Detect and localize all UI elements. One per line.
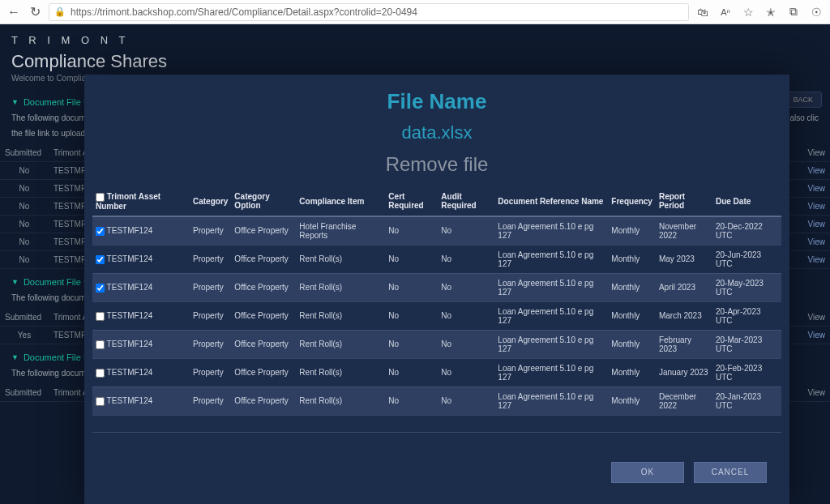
cell-audit: No — [438, 330, 494, 358]
brand-logo: T R I M O N T — [0, 24, 830, 49]
shopping-icon[interactable]: 🛍 — [695, 5, 710, 19]
cell-audit: No — [438, 358, 494, 387]
cell-item: Rent Roll(s) — [296, 387, 385, 415]
refresh-icon[interactable]: ↻ — [28, 5, 42, 19]
cell-submitted: No — [0, 251, 49, 269]
row-checkbox[interactable] — [96, 369, 105, 378]
cell-docref: Loan Agreement 5.10 e pg 127 — [494, 387, 608, 415]
modal-table: Trimont Asset Number Category Category O… — [92, 187, 781, 416]
cell-freq: Monthly — [608, 358, 656, 387]
cell-audit: No — [438, 216, 494, 246]
page-title: Compliance Shares — [0, 49, 830, 72]
cell-option: Office Property — [231, 245, 296, 273]
view-link[interactable]: View — [808, 331, 826, 340]
cell-cert: No — [385, 358, 438, 387]
lock-icon: 🔒 — [54, 6, 66, 17]
cell-docref: Loan Agreement 5.10 e pg 127 — [494, 358, 608, 387]
cell-audit: No — [438, 245, 494, 273]
th-docref: Document Reference Name — [494, 187, 608, 216]
cell-due: 20-Apr-2023 UTC — [712, 301, 781, 330]
bg-th-submitted: Submitted — [0, 144, 49, 162]
cell-item: Rent Roll(s) — [296, 301, 385, 330]
cell-category: Property — [190, 273, 231, 301]
cell-audit: No — [438, 301, 494, 330]
cell-due: 20-Dec-2022 UTC — [712, 216, 781, 246]
row-checkbox[interactable] — [96, 312, 105, 321]
cell-freq: Monthly — [608, 245, 656, 273]
cell-freq: Monthly — [608, 330, 656, 358]
table-row: TESTMF124PropertyOffice PropertyRent Rol… — [92, 301, 781, 330]
table-row: TESTMF124PropertyOffice PropertyHotel Fr… — [92, 216, 781, 246]
cell-item: Hotel Franchise Reports — [296, 216, 385, 246]
modal-filename[interactable]: data.xlsx — [84, 114, 789, 143]
cell-submitted: No — [0, 162, 49, 180]
cell-cert: No — [385, 387, 438, 415]
table-row: TESTMF124PropertyOffice PropertyRent Rol… — [92, 387, 781, 415]
back-button[interactable]: BACK — [784, 92, 822, 108]
th-option: Category Option — [231, 187, 296, 216]
cell-item: Rent Roll(s) — [296, 358, 385, 387]
ok-button[interactable]: OK — [611, 462, 684, 483]
cancel-button[interactable]: CANCEL — [694, 462, 767, 483]
cell-period: May 2023 — [656, 245, 712, 273]
th-category: Category — [190, 187, 231, 216]
collections-icon[interactable]: ⧉ — [786, 5, 801, 19]
cell-freq: Monthly — [608, 273, 656, 301]
cell-category: Property — [190, 358, 231, 387]
browser-right-icons: 🛍 Aⁿ ☆ ✭ ⧉ ☉ — [695, 5, 824, 19]
cell-category: Property — [190, 387, 231, 415]
cell-asset: TESTMF124 — [107, 396, 153, 405]
row-checkbox[interactable] — [96, 340, 105, 349]
cell-due: 20-May-2023 UTC — [712, 273, 781, 301]
row-checkbox[interactable] — [96, 255, 105, 264]
cell-freq: Monthly — [608, 216, 656, 246]
view-link[interactable]: View — [808, 237, 826, 246]
row-checkbox[interactable] — [96, 284, 105, 293]
cell-submitted: No — [0, 198, 49, 216]
favorites-icon[interactable]: ✭ — [764, 5, 778, 19]
cell-submitted: Yes — [0, 327, 49, 344]
section-header-label: Document File U — [24, 97, 90, 107]
cell-period: February 2023 — [656, 330, 712, 358]
star-icon[interactable]: ☆ — [741, 5, 755, 19]
cell-period: November 2022 — [656, 216, 712, 246]
cell-due: 20-Mar-2023 UTC — [712, 330, 781, 358]
cell-cert: No — [385, 273, 438, 301]
view-link[interactable]: View — [808, 166, 826, 175]
view-link[interactable]: View — [808, 255, 826, 264]
url-text: https://trimont.backshop.com/Shared/Comp… — [71, 6, 417, 18]
cell-docref: Loan Agreement 5.10 e pg 127 — [494, 301, 608, 330]
cell-period: January 2023 — [656, 358, 712, 387]
bg-th-submitted: Submitted — [0, 384, 49, 402]
cell-option: Office Property — [231, 358, 296, 387]
back-icon[interactable]: ← — [6, 5, 21, 19]
row-checkbox[interactable] — [96, 227, 105, 236]
cell-period: April 2023 — [656, 273, 712, 301]
view-link[interactable]: View — [808, 184, 826, 193]
cell-item: Rent Roll(s) — [296, 245, 385, 273]
select-all-checkbox[interactable] — [96, 193, 105, 202]
th-freq: Frequency — [608, 187, 656, 216]
browser-toolbar: ← ↻ 🔒 https://trimont.backshop.com/Share… — [0, 0, 830, 24]
cell-category: Property — [190, 245, 231, 273]
text-size-icon[interactable]: Aⁿ — [718, 5, 733, 19]
view-link[interactable]: View — [808, 220, 826, 229]
cell-asset: TESTMF124 — [107, 254, 153, 263]
extension-icon[interactable]: ☉ — [809, 5, 824, 19]
modal-remove-link[interactable]: Remove file — [84, 143, 789, 187]
caret-down-icon: ▼ — [11, 278, 19, 286]
table-row: TESTMF124PropertyOffice PropertyRent Rol… — [92, 358, 781, 387]
view-link[interactable]: View — [808, 202, 826, 211]
row-checkbox[interactable] — [96, 397, 105, 406]
th-audit: Audit Required — [438, 187, 494, 216]
cell-period: December 2022 — [656, 387, 712, 415]
caret-down-icon: ▼ — [11, 353, 19, 361]
cell-asset: TESTMF124 — [107, 226, 153, 235]
cell-option: Office Property — [231, 216, 296, 246]
th-period: Report Period — [656, 187, 712, 216]
th-item: Compliance Item — [296, 187, 385, 216]
bg-th-submitted: Submitted — [0, 309, 49, 327]
address-bar[interactable]: 🔒 https://trimont.backshop.com/Shared/Co… — [49, 3, 689, 21]
cell-option: Office Property — [231, 301, 296, 330]
section-header-label: Document File U — [24, 277, 90, 287]
